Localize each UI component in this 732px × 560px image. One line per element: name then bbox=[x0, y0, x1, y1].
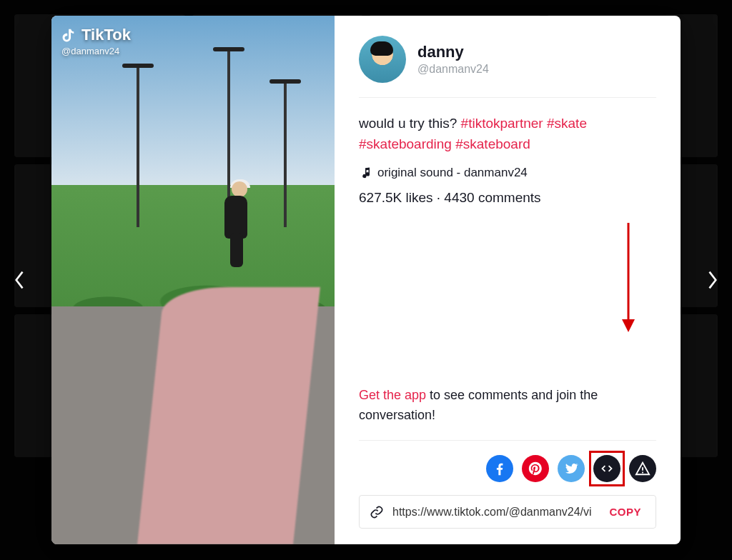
hashtag[interactable]: #skateboard bbox=[455, 136, 530, 151]
prev-video-button[interactable] bbox=[7, 267, 33, 293]
warning-triangle-icon bbox=[635, 461, 651, 476]
author-row[interactable]: danny @danmanv24 bbox=[359, 36, 656, 98]
watermark-handle: @danmanv24 bbox=[61, 46, 131, 56]
share-embed-button[interactable] bbox=[593, 455, 620, 482]
hashtag[interactable]: #tiktokpartner bbox=[461, 116, 543, 131]
likes-count: 627.5K likes bbox=[359, 190, 433, 205]
next-video-button[interactable] bbox=[699, 267, 725, 293]
share-pinterest-button[interactable] bbox=[522, 455, 549, 482]
video-url-input[interactable] bbox=[391, 505, 598, 519]
chevron-left-icon bbox=[14, 270, 26, 290]
svg-rect-3 bbox=[642, 472, 643, 474]
tiktok-logo-icon bbox=[61, 26, 77, 44]
chevron-right-icon bbox=[706, 270, 718, 290]
tiktok-watermark: TikTok @danmanv24 bbox=[61, 26, 131, 56]
copy-link-button[interactable]: COPY bbox=[605, 503, 646, 521]
pinterest-icon bbox=[528, 461, 543, 476]
video-caption: would u try this? #tiktokpartner #skate … bbox=[359, 114, 656, 154]
hashtag[interactable]: #skate bbox=[547, 116, 587, 131]
facebook-icon bbox=[492, 461, 508, 476]
report-button[interactable] bbox=[629, 455, 656, 482]
get-app-link[interactable]: Get the app bbox=[359, 388, 426, 402]
hashtag[interactable]: #skateboarding bbox=[359, 136, 452, 151]
embed-code-icon bbox=[599, 461, 615, 476]
svg-rect-2 bbox=[642, 467, 643, 471]
author-handle[interactable]: @danmanv24 bbox=[417, 63, 489, 76]
caption-text: would u try this? bbox=[359, 116, 461, 131]
share-twitter-button[interactable] bbox=[558, 455, 585, 482]
video-modal: TikTok @danmanv24 danny @danmanv24 would… bbox=[51, 16, 681, 544]
music-label: original sound - danmanv24 bbox=[377, 166, 528, 180]
author-display-name[interactable]: danny bbox=[417, 43, 489, 61]
music-row[interactable]: original sound - danmanv24 bbox=[359, 166, 656, 180]
video-player[interactable]: TikTok @danmanv24 bbox=[51, 16, 335, 544]
get-app-cta: Get the app to see comments and join the… bbox=[359, 386, 656, 441]
engagement-stats: 627.5K likes · 4430 comments bbox=[359, 190, 656, 206]
video-link-row: COPY bbox=[359, 495, 656, 529]
share-row bbox=[359, 455, 656, 482]
music-note-icon bbox=[359, 166, 372, 179]
link-icon bbox=[370, 505, 384, 519]
platform-name: TikTok bbox=[81, 26, 131, 44]
comments-count: 4430 comments bbox=[444, 190, 540, 205]
avatar[interactable] bbox=[359, 36, 406, 83]
twitter-icon bbox=[563, 461, 579, 476]
share-facebook-button[interactable] bbox=[486, 455, 513, 482]
video-info-pane: danny @danmanv24 would u try this? #tikt… bbox=[335, 16, 681, 544]
